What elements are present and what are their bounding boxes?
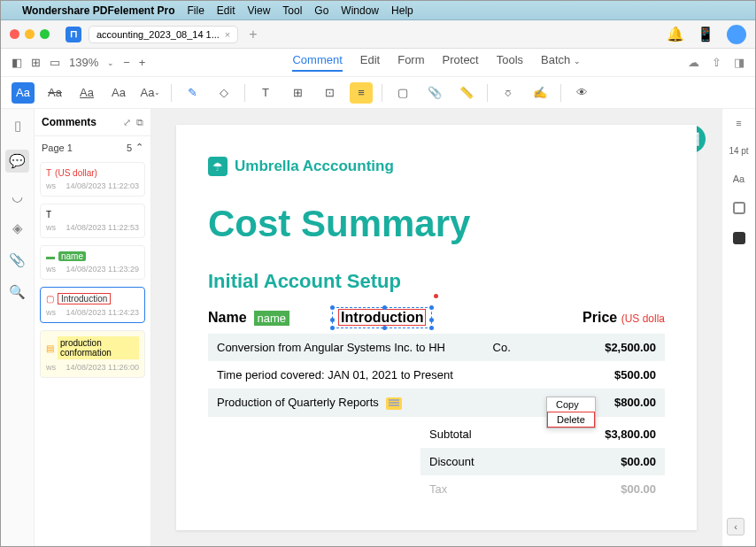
user-avatar[interactable] bbox=[727, 25, 746, 44]
bell-icon[interactable]: 🔔 bbox=[667, 26, 684, 42]
thumbnail-icon[interactable]: ▯ bbox=[14, 118, 21, 134]
grid-view-icon[interactable]: ⊞ bbox=[31, 56, 41, 69]
font-icon[interactable]: Aa bbox=[733, 173, 744, 184]
comment-item[interactable]: ▬name ws14/08/2023 11:23:29 bbox=[40, 245, 145, 280]
sticky-note-tool[interactable]: ≡ bbox=[350, 82, 373, 104]
close-window-button[interactable] bbox=[10, 29, 19, 39]
panel-icon[interactable]: ◨ bbox=[734, 56, 744, 69]
table-row: Conversion from Angular Systems Inc. to … bbox=[208, 334, 665, 361]
comments-page-header[interactable]: Page 1 5⌃ bbox=[35, 136, 150, 158]
selected-annotation-box[interactable]: Introduction bbox=[332, 307, 432, 328]
measure-tool[interactable]: 📏 bbox=[455, 82, 478, 104]
total-label: Subtotal bbox=[429, 428, 532, 441]
signature-tool[interactable]: ✍ bbox=[528, 82, 552, 104]
app-name[interactable]: Wondershare PDFelement Pro bbox=[22, 4, 175, 17]
sticky-note-annotation[interactable] bbox=[386, 397, 402, 410]
comment-label: name bbox=[58, 251, 86, 261]
expand-icon[interactable]: ⤢ bbox=[123, 117, 131, 128]
caret-tool[interactable]: Aa⌄ bbox=[139, 82, 162, 104]
add-tab-button[interactable]: + bbox=[249, 27, 257, 42]
comment-item[interactable]: ▤production conformation ws14/08/2023 11… bbox=[40, 330, 145, 378]
textbox-tool[interactable]: ⊞ bbox=[286, 82, 309, 104]
menu-view[interactable]: View bbox=[248, 4, 271, 17]
sidebar-toggle-icon[interactable]: ◧ bbox=[12, 56, 22, 69]
comment-user: ws bbox=[46, 181, 56, 190]
collapse-icon[interactable]: ⌃ bbox=[135, 142, 143, 153]
popout-icon[interactable]: ⧉ bbox=[136, 117, 143, 128]
comment-label: (US dollar) bbox=[55, 168, 97, 178]
menu-window[interactable]: Window bbox=[341, 4, 379, 17]
document-canvas[interactable]: 📊 ☂ Umbrella Acccounting Cost Summary In… bbox=[151, 109, 721, 546]
comment-item[interactable]: T ws14/08/2023 11:22:53 bbox=[40, 204, 145, 238]
context-copy[interactable]: Copy bbox=[547, 397, 595, 412]
zoom-dropdown-icon[interactable]: ⌄ bbox=[107, 58, 114, 67]
highlight-tool[interactable]: Aa bbox=[12, 82, 35, 104]
context-delete[interactable]: Delete bbox=[547, 412, 595, 428]
row-desc: Time period covered: JAN 01, 2021 to Pre… bbox=[217, 368, 532, 381]
eraser-tool[interactable]: ◇ bbox=[212, 82, 235, 104]
zoom-in-button[interactable]: + bbox=[139, 56, 146, 69]
minimize-window-button[interactable] bbox=[25, 29, 35, 39]
menu-go[interactable]: Go bbox=[314, 4, 328, 17]
tab-close-icon[interactable]: × bbox=[225, 29, 230, 40]
bookmark-icon[interactable]: ◡ bbox=[12, 189, 23, 204]
document-tab[interactable]: accounting_2023_08_14 1... × bbox=[89, 26, 238, 43]
tab-tools[interactable]: Tools bbox=[497, 53, 523, 72]
col-name-label: Name bbox=[208, 310, 247, 326]
row-value: $500.00 bbox=[532, 368, 656, 381]
fill-icon[interactable] bbox=[733, 232, 745, 244]
menu-tool[interactable]: Tool bbox=[282, 4, 302, 17]
zoom-out-button[interactable]: − bbox=[123, 56, 130, 69]
tab-edit[interactable]: Edit bbox=[360, 53, 380, 72]
share-icon[interactable]: ⇧ bbox=[712, 56, 721, 69]
attachment-tool[interactable]: 📎 bbox=[423, 82, 446, 104]
pdf-page: ☂ Umbrella Acccounting Cost Summary Init… bbox=[176, 125, 697, 530]
highlight-annotation[interactable]: name bbox=[254, 311, 290, 326]
comments-icon[interactable]: 💬 bbox=[5, 150, 29, 173]
note-annotation-icon: ▤ bbox=[46, 343, 54, 353]
properties-icon[interactable]: ≡ bbox=[736, 118, 741, 128]
underline-tool[interactable]: Aa bbox=[75, 82, 98, 104]
table-header: Name name Introduction Price (US dolla bbox=[208, 307, 665, 328]
total-label: Tax bbox=[429, 482, 532, 496]
attachment-panel-icon[interactable]: 📎 bbox=[9, 252, 26, 268]
text-tool[interactable]: T bbox=[254, 82, 277, 104]
menu-help[interactable]: Help bbox=[391, 4, 413, 17]
phone-icon[interactable]: 📱 bbox=[697, 26, 714, 42]
tab-form[interactable]: Form bbox=[397, 53, 424, 72]
strikethrough-tool[interactable]: Aa bbox=[43, 82, 66, 104]
shape-tool[interactable]: ▢ bbox=[391, 82, 414, 104]
zoom-level[interactable]: 139% bbox=[69, 56, 98, 69]
comment-item-selected[interactable]: ▢Introduction ws14/08/2023 11:24:23 bbox=[40, 287, 145, 323]
total-value: $00.00 bbox=[532, 455, 656, 468]
search-icon[interactable]: 🔍 bbox=[9, 284, 26, 300]
col-price-label: Price bbox=[582, 310, 617, 325]
menu-edit[interactable]: Edit bbox=[217, 4, 235, 17]
stamp-tool[interactable]: ⎏ bbox=[497, 82, 520, 104]
table-row: Time period covered: JAN 01, 2021 to Pre… bbox=[208, 361, 665, 389]
divider bbox=[560, 84, 561, 102]
comment-user: ws bbox=[46, 308, 56, 317]
comment-label: production conformation bbox=[58, 336, 139, 359]
page-view-icon[interactable]: ▭ bbox=[50, 56, 60, 69]
scroll-button[interactable]: ‹ bbox=[727, 518, 744, 535]
pencil-tool[interactable]: ✎ bbox=[181, 82, 204, 104]
comment-user: ws bbox=[46, 363, 56, 372]
comments-panel: Comments ⤢ ⧉ Page 1 5⌃ T(US dollar) ws14… bbox=[35, 109, 151, 546]
tab-comment[interactable]: Comment bbox=[292, 53, 342, 72]
menu-file[interactable]: File bbox=[188, 4, 204, 17]
tab-protect[interactable]: Protect bbox=[443, 53, 479, 72]
comment-item[interactable]: T(US dollar) ws14/08/2023 11:22:03 bbox=[40, 162, 145, 196]
callout-tool[interactable]: ⊡ bbox=[318, 82, 341, 104]
border-outline-icon[interactable] bbox=[733, 202, 745, 214]
menubar: Wondershare PDFelement Pro File Edit Vie… bbox=[1, 1, 755, 20]
cloud-icon[interactable]: ☁ bbox=[688, 56, 699, 69]
hide-comments-tool[interactable]: 👁 bbox=[570, 82, 593, 104]
comment-time: 14/08/2023 11:22:03 bbox=[66, 181, 139, 190]
squiggly-tool[interactable]: Aa bbox=[107, 82, 130, 104]
tab-batch[interactable]: Batch ⌄ bbox=[541, 53, 581, 72]
document-title: Cost Summary bbox=[208, 203, 665, 245]
maximize-window-button[interactable] bbox=[40, 29, 50, 39]
layers-icon[interactable]: ◈ bbox=[12, 220, 23, 236]
row-desc: Production of Quarterly Reports bbox=[217, 396, 379, 409]
